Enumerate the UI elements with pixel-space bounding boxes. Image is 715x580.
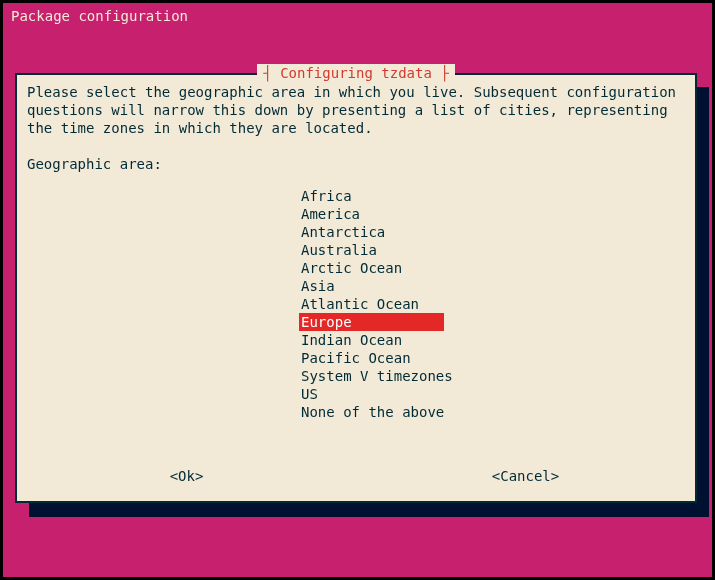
geographic-area-list[interactable]: Africa America Antarctica Australia Arct… [299, 187, 459, 421]
dialog-prompt: Geographic area: [27, 155, 685, 173]
list-item[interactable]: System V timezones [299, 367, 459, 385]
list-item[interactable]: Australia [299, 241, 459, 259]
list-item[interactable]: Arctic Ocean [299, 259, 459, 277]
config-dialog: ┤ Configuring tzdata ├ Please select the… [15, 73, 697, 503]
list-item[interactable]: Indian Ocean [299, 331, 459, 349]
list-item[interactable]: None of the above [299, 403, 459, 421]
list-item[interactable]: Asia [299, 277, 459, 295]
cancel-button[interactable]: <Cancel> [356, 467, 695, 485]
ok-button[interactable]: <Ok> [17, 467, 356, 485]
screen-title: Package configuration [3, 3, 712, 25]
dialog-intro-text: Please select the geographic area in whi… [27, 83, 685, 137]
list-item[interactable]: Africa [299, 187, 459, 205]
list-item[interactable]: Atlantic Ocean [299, 295, 459, 313]
dialog-body: Please select the geographic area in whi… [17, 75, 695, 431]
dialog-buttons: <Ok> <Cancel> [17, 467, 695, 485]
list-item-selected[interactable]: Europe [299, 313, 444, 331]
list-item[interactable]: Antarctica [299, 223, 459, 241]
list-item[interactable]: US [299, 385, 459, 403]
list-item[interactable]: Pacific Ocean [299, 349, 459, 367]
list-item[interactable]: America [299, 205, 459, 223]
